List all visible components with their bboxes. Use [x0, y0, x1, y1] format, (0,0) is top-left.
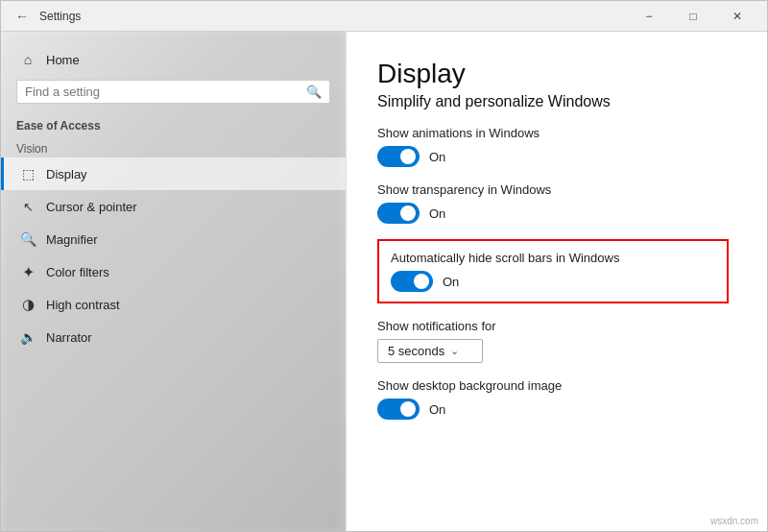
display-icon: ⬚	[19, 165, 36, 182]
color-filters-icon: ✦	[19, 263, 36, 280]
animations-label: Show animations in Windows	[377, 126, 729, 140]
window-title: Settings	[39, 10, 627, 23]
app-body: ⌂ Home 🔍 Ease of Access Vision ⬚	[1, 32, 767, 531]
main-content: Display Simplify and personalize Windows…	[347, 32, 767, 531]
transparency-label: Show transparency in Windows	[377, 182, 729, 197]
animations-toggle[interactable]	[377, 146, 420, 167]
search-box[interactable]: 🔍	[16, 80, 330, 104]
notifications-label: Show notifications for	[377, 319, 729, 333]
desktop-bg-toggle-row: On	[377, 399, 729, 420]
minimize-button[interactable]: −	[627, 1, 671, 32]
notifications-dropdown[interactable]: 5 seconds ⌄	[377, 339, 483, 363]
narrator-icon: 🔈	[19, 328, 36, 346]
scrollbars-toggle-label: On	[443, 275, 459, 289]
scrollbars-toggle[interactable]	[391, 271, 433, 292]
transparency-toggle-knob	[400, 206, 416, 221]
section-label: Ease of Access	[1, 111, 346, 136]
notifications-dropdown-row: 5 seconds ⌄	[377, 339, 729, 363]
scrollbars-toggle-row: On	[391, 271, 715, 292]
magnifier-label: Magnifier	[46, 232, 97, 247]
transparency-toggle-label: On	[429, 206, 445, 221]
magnifier-icon: 🔍	[19, 230, 36, 248]
chevron-down-icon: ⌄	[450, 345, 459, 357]
high-contrast-label: High contrast	[46, 298, 120, 312]
sidebar-item-color-filters[interactable]: ✦ Color filters	[1, 255, 346, 288]
transparency-toggle[interactable]	[377, 203, 420, 224]
back-button[interactable]: ←	[9, 3, 36, 30]
window-controls: − □ ✕	[627, 1, 759, 32]
sidebar-item-cursor[interactable]: ↖ Cursor & pointer	[1, 190, 346, 223]
sidebar-item-narrator[interactable]: 🔈 Narrator	[1, 321, 346, 353]
scrollbars-toggle-knob	[414, 274, 429, 289]
animations-toggle-row: On	[377, 146, 729, 167]
app-window: ← Settings − □ ✕ ⌂ Home	[0, 0, 768, 532]
search-input[interactable]	[25, 85, 300, 99]
page-title: Display	[377, 59, 729, 89]
setting-notifications: Show notifications for 5 seconds ⌄	[377, 319, 729, 363]
setting-animations: Show animations in Windows On	[377, 126, 729, 167]
narrator-label: Narrator	[46, 330, 92, 345]
vision-label: Vision	[1, 136, 346, 157]
desktop-bg-toggle-label: On	[429, 402, 445, 417]
scrollbars-label: Automatically hide scroll bars in Window…	[391, 251, 715, 265]
close-button[interactable]: ✕	[715, 1, 759, 32]
sidebar-item-high-contrast[interactable]: ◑ High contrast	[1, 288, 346, 321]
search-icon: 🔍	[306, 85, 322, 99]
sidebar-header: ⌂ Home 🔍	[1, 32, 346, 111]
desktop-bg-toggle[interactable]	[377, 399, 420, 420]
home-label: Home	[46, 53, 80, 67]
high-contrast-icon: ◑	[19, 296, 36, 313]
cursor-icon: ↖	[19, 198, 36, 215]
sidebar-item-display[interactable]: ⬚ Display	[1, 157, 346, 190]
sidebar-item-magnifier[interactable]: 🔍 Magnifier	[1, 223, 346, 255]
desktop-bg-toggle-knob	[400, 401, 416, 417]
maximize-button[interactable]: □	[671, 1, 715, 32]
setting-desktop-bg: Show desktop background image On	[377, 378, 729, 420]
sidebar: ⌂ Home 🔍 Ease of Access Vision ⬚	[1, 32, 347, 531]
notifications-dropdown-value: 5 seconds	[388, 344, 444, 358]
desktop-bg-label: Show desktop background image	[377, 378, 729, 393]
cursor-label: Cursor & pointer	[46, 200, 137, 214]
watermark: wsxdn.com	[710, 516, 758, 526]
animations-toggle-label: On	[429, 150, 445, 164]
sidebar-item-home[interactable]: ⌂ Home	[16, 43, 330, 76]
setting-transparency: Show transparency in Windows On	[377, 182, 729, 224]
sidebar-content: ⌂ Home 🔍 Ease of Access Vision ⬚	[1, 32, 346, 531]
transparency-toggle-row: On	[377, 203, 729, 224]
display-label: Display	[46, 167, 87, 181]
section-title: Simplify and personalize Windows	[377, 93, 729, 110]
home-icon: ⌂	[19, 51, 36, 68]
title-bar: ← Settings − □ ✕	[1, 1, 767, 32]
scrollbars-highlight-box: Automatically hide scroll bars in Window…	[377, 239, 729, 303]
color-filters-label: Color filters	[46, 265, 109, 279]
animations-toggle-knob	[400, 149, 416, 164]
